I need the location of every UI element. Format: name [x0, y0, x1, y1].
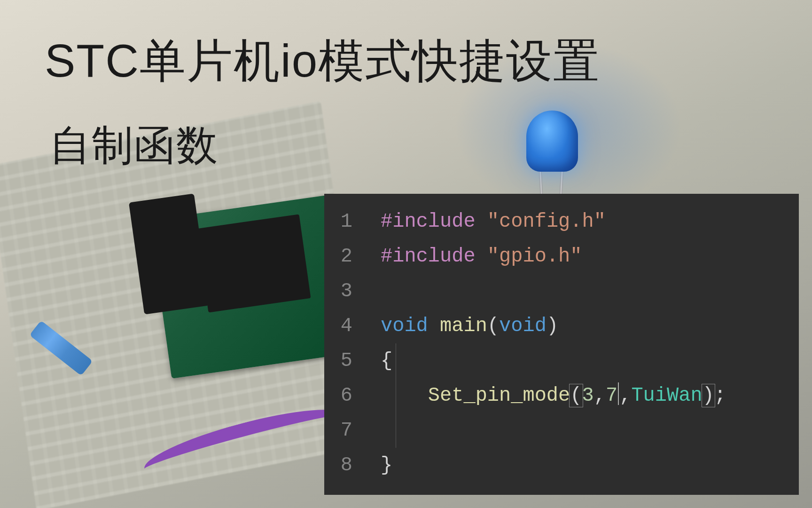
code-line[interactable]: Set_pin_mode(3,7,TuiWan); — [381, 378, 799, 413]
blue-led — [526, 111, 578, 172]
line-number: 8 — [324, 448, 352, 483]
text-cursor — [618, 382, 619, 405]
line-number: 7 — [324, 413, 352, 448]
code-line[interactable] — [381, 274, 799, 309]
code-text-area[interactable]: #include "config.h"#include "gpio.h" voi… — [367, 194, 799, 495]
indent-guide — [396, 343, 396, 448]
code-line[interactable] — [381, 413, 799, 448]
line-number-gutter: 1 2 3 4 5 6 7 8 — [324, 194, 367, 495]
code-line[interactable]: void main(void) — [381, 309, 799, 343]
line-number: 6 — [324, 378, 352, 413]
code-line[interactable]: } — [381, 448, 799, 483]
line-number: 3 — [324, 274, 352, 309]
code-line[interactable]: #include "gpio.h" — [381, 239, 799, 274]
line-number: 1 — [324, 204, 352, 239]
code-line[interactable]: #include "config.h" — [381, 204, 799, 239]
code-editor[interactable]: 1 2 3 4 5 6 7 8 #include "config.h"#incl… — [324, 194, 799, 495]
line-number: 5 — [324, 343, 352, 378]
title-main: STC单片机io模式快捷设置 — [45, 31, 600, 93]
ic-chip — [197, 214, 311, 313]
code-line[interactable]: { — [381, 343, 799, 378]
title-sub: 自制函数 — [49, 118, 219, 174]
line-number: 2 — [324, 239, 352, 274]
line-number: 4 — [324, 309, 352, 343]
